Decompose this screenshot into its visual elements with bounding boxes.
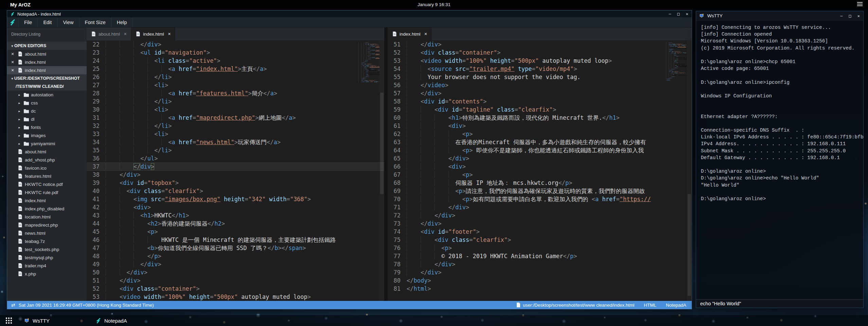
code-line[interactable]: 68 伺服器 IP 地址為： mcs.hkwtc.org</p> (388, 179, 692, 187)
file-item-news.html[interactable]: news.html (7, 229, 87, 237)
editor-tab-index.html[interactable]: index.html✕ (131, 27, 175, 40)
scrollbar-right[interactable] (687, 40, 692, 301)
code-line[interactable]: 53 <video width="100%" height="500px" au… (388, 57, 692, 65)
close-icon[interactable]: ✕ (686, 12, 688, 16)
code-line[interactable]: 52 <div class="container"> (87, 285, 384, 293)
file-item-teabag.7z[interactable]: teabag.7z (7, 237, 87, 245)
code-line[interactable]: 71 </div> (388, 203, 692, 211)
open-editor-item[interactable]: ✕about.html (7, 50, 87, 58)
code-line[interactable]: 54 <source src="trailer.mp4" type="video… (388, 65, 692, 73)
menu-item-edit[interactable]: Edit (38, 17, 57, 27)
code-line[interactable]: 57 </div> (388, 89, 692, 97)
code-line[interactable]: 37 </div> (87, 162, 384, 171)
close-icon[interactable]: ✕ (10, 52, 15, 56)
file-item-trailer.mp4[interactable]: trailer.mp4 (7, 262, 87, 270)
code-line[interactable]: 50 </div> (87, 268, 384, 276)
code-line[interactable]: 59 <div id="tagline" class="clearfix"> (388, 106, 692, 114)
menu-item-font-size[interactable]: Font Size (79, 17, 111, 27)
minimize-icon[interactable]: – (840, 14, 843, 18)
code-line[interactable]: 80</body> (388, 276, 692, 285)
code-line[interactable]: 22 </div> (87, 40, 384, 49)
folder-item-css[interactable]: ▸css (7, 99, 87, 107)
code-line[interactable]: 62 <p> (388, 130, 692, 138)
code-line[interactable]: 72 </div> (388, 211, 692, 219)
scrollbar-thumb[interactable] (380, 93, 384, 194)
file-item-testmysql.php[interactable]: testmysql.php (7, 253, 87, 262)
terminal-output[interactable]: [info] Conencting to arozos WsTTY servic… (696, 21, 863, 299)
close-icon[interactable]: ✕ (10, 68, 15, 73)
code-line[interactable]: 27 <li> (87, 81, 384, 89)
notepada-titlebar[interactable]: NotepadA - index.html – □ ✕ (7, 11, 692, 17)
code-line[interactable]: 23 <ul id="navigation"> (87, 49, 384, 57)
code-line[interactable]: 69 <p>請注意，我們的伺服器為確保玩家及遊玩時的質素，我們對的服器開啟 (388, 187, 692, 195)
code-line[interactable]: 45 <p> (87, 228, 384, 236)
code-line[interactable]: 64 <p> 即使你不是建築師，你也能透過紅石師或鐵路工程師的身份加入我 (388, 146, 692, 154)
scrollbar-thumb[interactable] (688, 194, 691, 296)
folder-item-autostation[interactable]: ▸autostation (7, 91, 87, 99)
close-icon[interactable]: ✕ (424, 32, 427, 36)
file-item-favicon.ico[interactable]: favicon.ico (7, 164, 87, 172)
workspace-section[interactable]: ▾USER:/DESKTOP/SCREENSHOT (7, 74, 87, 82)
code-line[interactable]: 31 <a href="mapredirect.php">網上地圖</a> (87, 114, 384, 122)
code-line[interactable]: 46 HKWTC 是一個 Minecraft 的建築伺服器，主要建築計劃包括鐵路 (87, 236, 384, 244)
minimize-icon[interactable]: – (669, 12, 671, 16)
code-line[interactable]: 70 <p>如有問題或需要申請白名單，歡迎加入我們的 <a href="http… (388, 195, 692, 203)
code-line[interactable]: 25 <a href="index.html">主頁</a> (87, 65, 384, 73)
menu-item-view[interactable]: View (57, 17, 79, 27)
code-line[interactable]: 24 <li class="active"> (87, 57, 384, 65)
menu-item-file[interactable]: File (19, 17, 38, 27)
code-editor-left[interactable]: 22 </div>23 <ul id="navigation">24 <li c… (87, 40, 384, 301)
taskbar-item-wstty[interactable]: WsTTY (24, 318, 50, 324)
code-line[interactable]: 58 <div id="contents"> (388, 97, 692, 106)
code-line[interactable]: 34 <a href="news.html">玩家傳送門</a> (87, 138, 384, 146)
app-grid-icon[interactable] (5, 317, 12, 324)
code-line[interactable]: 49 </div> (87, 260, 384, 268)
code-line[interactable]: 40 <div class="clearfix"> (87, 187, 384, 195)
code-line[interactable]: 47 <b>你知道我們全線伺服器已轉用 SSD 了嗎？</b></span> (87, 244, 384, 252)
open-editor-item[interactable]: ✕index.html (7, 66, 87, 74)
statusbar-mode[interactable]: HTML (644, 303, 656, 308)
code-line[interactable]: 43 <h1>HKWTC</h1> (87, 211, 384, 219)
wstty-titlebar[interactable]: WsTTY – □ ✕ (696, 11, 863, 21)
file-item-location.html[interactable]: location.html (7, 213, 87, 221)
code-line[interactable]: 52 <div class="container"> (388, 49, 692, 57)
code-line[interactable]: 41 <img src="images/box.png" height="342… (87, 195, 384, 203)
maximize-icon[interactable]: □ (849, 14, 851, 18)
code-line[interactable]: 36 </ul> (87, 154, 384, 162)
file-item-features.html[interactable]: features.html (7, 172, 87, 180)
code-line[interactable]: 60 <h1>特別為建築及鐵路而設，現代化的 Minecraft 世界.</h1… (388, 114, 692, 122)
code-line[interactable]: 61 <div> (388, 122, 692, 130)
code-line[interactable]: 65 </div> (388, 154, 692, 162)
code-line[interactable]: 77 © 2018 - 2019 HKWTC Animation Gamer</… (388, 252, 692, 260)
code-line[interactable]: 48 </p> (87, 252, 384, 260)
file-item-x.php[interactable]: x.php (7, 270, 87, 278)
file-item-mapredirect.php[interactable]: mapredirect.php (7, 221, 87, 229)
file-item-HKWTC-notice.pdf[interactable]: HKWTC notice.pdf (7, 180, 87, 188)
code-line[interactable]: 67 <p> (388, 171, 692, 179)
taskbar-item-notepada[interactable]: NotepadA (96, 318, 127, 324)
file-item-add_vhost.php[interactable]: add_vhost.php (7, 156, 87, 164)
code-line[interactable]: 63 在香港的Minecraft 伺服器中，多為小遊戲和純生存的伺服器，較少擁有 (388, 138, 692, 146)
code-line[interactable]: 74 <div id="footer"> (388, 228, 692, 236)
code-line[interactable]: 38 </div> (87, 171, 384, 179)
editor-tab-about.html[interactable]: about.html✕ (87, 27, 131, 40)
code-line[interactable]: 78 </div> (388, 260, 692, 268)
code-line[interactable]: 81</html> (388, 285, 692, 293)
code-line[interactable]: 35 </li> (87, 146, 384, 154)
editor-tab-index.html[interactable]: index.html✕ (388, 27, 432, 40)
code-line[interactable]: 55 Your browser does not support the vid… (388, 73, 692, 81)
folder-item-dc[interactable]: ▸dc (7, 107, 87, 115)
statusbar-filepath[interactable]: user:/Desktop/screenshot/test/www cleane… (523, 303, 634, 308)
minimap-right[interactable]: </div> <div class="container"> <video wi… (666, 42, 687, 81)
menu-item-help[interactable]: Help (111, 17, 133, 27)
folder-item-dl[interactable]: ▸dl (7, 115, 87, 123)
close-icon[interactable]: ✕ (857, 14, 860, 18)
scrollbar-left[interactable] (379, 40, 384, 301)
file-item-index.php_disabled[interactable]: index.php_disabled (7, 205, 87, 213)
close-icon[interactable]: ✕ (10, 60, 15, 64)
close-icon[interactable]: ✕ (124, 32, 127, 36)
code-line[interactable]: 33 <li> (87, 130, 384, 138)
code-line[interactable]: 28 <a href="features.html">簡介</a> (87, 89, 384, 97)
code-line[interactable]: 79 </div> (388, 268, 692, 276)
code-line[interactable]: 53 <video width="100%" height="500px" au… (87, 293, 384, 301)
